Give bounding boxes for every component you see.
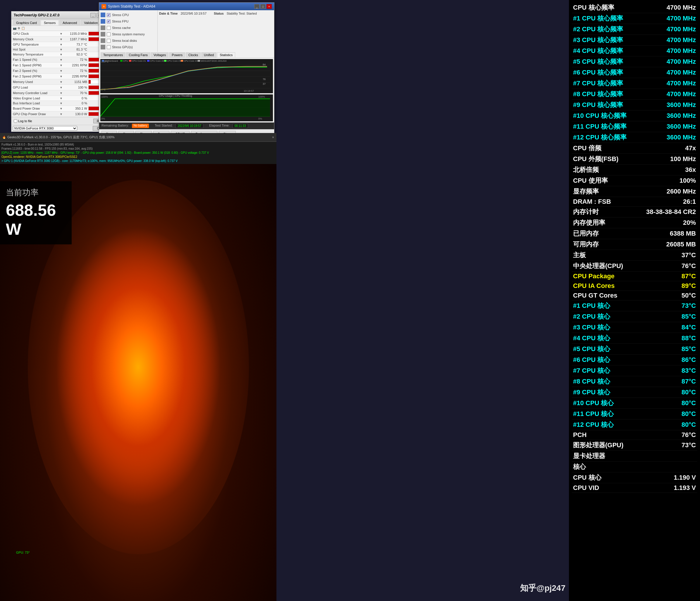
hwinfo-stat-row: #2 CPU 核心85°C (572, 311, 697, 322)
aida64-tab-clocks[interactable]: Clocks (186, 52, 201, 58)
hwinfo-stat-row: 核心 (572, 462, 697, 472)
gpuz-minimize-btn[interactable]: _ (91, 13, 96, 18)
gpuz-sensor-arrow[interactable]: ▼ (60, 58, 64, 61)
power-value: 688.56 W (6, 201, 66, 238)
hwinfo-stat-value: 4700 MHz (667, 15, 696, 22)
svg-text:100%: 100% (101, 95, 108, 98)
hwinfo-stat-value: 4700 MHz (667, 4, 696, 11)
aida64-tab-statistics[interactable]: Statistics (217, 52, 235, 58)
hwinfo-stat-value: 100 MHz (670, 155, 696, 163)
gpuz-tab-advanced[interactable]: Advanced (59, 20, 80, 25)
hwinfo-stat-row: CPU 核心频率4700 MHz (572, 2, 697, 13)
stress-checkbox[interactable] (107, 32, 110, 36)
hwinfo-stat-row: #9 CPU 核心频率3600 MHz (572, 100, 697, 110)
gpuz-sensor-arrow[interactable]: ▼ (60, 86, 64, 89)
hwinfo-stat-value: 4700 MHz (667, 47, 696, 55)
hwinfo-stat-label: #1 CPU 核心频率 (573, 14, 623, 23)
hwinfo-stat-value: 85°C (681, 313, 696, 320)
hwinfo-stat-label: CPU 核心 (573, 473, 601, 482)
stress-checkbox[interactable] (107, 45, 110, 49)
stress-checkbox[interactable]: ✓ (107, 13, 110, 17)
gpuz-tabs: Graphics CardSensorsAdvancedValidation (11, 19, 110, 26)
aida64-tab-cooling-fans[interactable]: Cooling Fans (126, 52, 150, 58)
hwinfo-stat-row: 可用内存26085 MB (572, 239, 697, 250)
gpuz-sensor-arrow[interactable]: ▼ (60, 38, 64, 41)
gpuz-sensor-name: GPU Temperature (13, 43, 60, 46)
svg-text:WDS100T3X0C-00SJG0: WDS100T3X0C-00SJG0 (201, 60, 227, 62)
gpuz-sensor-arrow[interactable]: ▼ (60, 64, 64, 67)
aida64-maximize-btn[interactable]: □ (260, 4, 266, 9)
gpuz-toolbar: 📷 ⚙ 📋 (11, 26, 110, 31)
furmark-title: Geeks3D FurMark v1.30.0.0 - 155°fps, GPU… (7, 135, 115, 139)
hwinfo-stat-label: CPU IA Cores (573, 282, 615, 290)
hwinfo-stat-value: 4700 MHz (667, 69, 696, 76)
aida64-icon: A (101, 4, 106, 9)
gpuz-tab-validation[interactable]: Validation (81, 20, 101, 25)
gpuz-sensor-arrow[interactable]: ▼ (60, 75, 64, 78)
aida64-tab-unified[interactable]: Unified (201, 52, 217, 58)
hwinfo-stat-row: 显卡处理器 (572, 451, 697, 462)
hwinfo-stat-row: #5 CPU 核心频率4700 MHz (572, 56, 697, 67)
aida64-tab-voltages[interactable]: Voltages (151, 52, 169, 58)
aida64-minimize-btn[interactable]: _ (254, 4, 259, 9)
gpuz-model-select[interactable]: NVIDIA GeForce RTX 3080 (13, 126, 77, 131)
hwinfo-stat-row: #8 CPU 核心频率4700 MHz (572, 89, 697, 100)
gpuz-sensor-arrow[interactable]: ▼ (60, 53, 64, 56)
stress-label: Stress GPU(s) (112, 45, 133, 49)
gpuz-sensor-value: 2295 RPM (64, 75, 87, 78)
hwinfo-stat-row: 已用内存6388 MB (572, 228, 697, 239)
gpuz-sensor-arrow[interactable]: ▼ (60, 97, 64, 100)
hwinfo-stat-label: #5 CPU 核心 (573, 345, 610, 354)
hwinfo-stat-row: CPU IA Cores89°C (572, 281, 697, 291)
stress-icon (101, 38, 105, 43)
hwinfo-stat-row: 内存计时38-38-38-84 CR2 (572, 207, 697, 217)
hwinfo-stat-row: CPU VID1.193 V (572, 483, 697, 493)
hwinfo-stat-row: CPU 使用率100% (572, 175, 697, 186)
hwinfo-stat-label: CPU GT Cores (573, 292, 618, 299)
hwinfo-stat-value: 26085 MB (666, 241, 696, 248)
gpuz-sensor-row: Board Power Draw ▼ 350.1 W (11, 106, 110, 111)
aida64-tab-temperatures[interactable]: Temperatures (101, 52, 125, 58)
gpuz-sensor-row: Fan 2 Speed (%) ▼ 72 % (11, 68, 110, 74)
gpuz-tab-graphics-card[interactable]: Graphics Card (13, 20, 40, 25)
gpuz-model-bar: NVIDIA GeForce RTX 3080 Close (11, 125, 110, 132)
gpuz-sensor-arrow[interactable]: ▼ (60, 92, 64, 95)
gpuz-sensor-name: Fan 2 Speed (RPM) (13, 75, 60, 78)
hwinfo-stat-label: #9 CPU 核心频率 (573, 101, 623, 109)
gpuz-sensor-arrow[interactable]: ▼ (60, 69, 64, 73)
hwinfo-stat-label: #1 CPU 核心 (573, 302, 610, 310)
stress-icon (101, 12, 105, 17)
hwinfo-stat-label: #6 CPU 核心 (573, 356, 610, 364)
aida64-tab-powers[interactable]: Powers (169, 52, 185, 58)
hwinfo-stat-row: 北桥倍频36x (572, 164, 697, 175)
svg-text:76: 76 (263, 78, 266, 81)
gpuz-sensor-arrow[interactable]: ▼ (60, 107, 64, 110)
gpuz-sensor-name: Hot Spot (13, 48, 60, 51)
hwinfo-stat-label: CPU VID (573, 484, 599, 492)
hwinfo-stat-value: 3600 MHz (667, 101, 696, 109)
aida64-close-btn[interactable]: × (267, 4, 272, 9)
gpuz-sensor-name: Memory Temperature (13, 53, 60, 56)
gpuz-sensor-arrow[interactable]: ▼ (60, 102, 64, 105)
stress-checkbox[interactable]: ✓ (107, 20, 110, 23)
gpuz-sensors-list: GPU Clock ▼ 1155.0 MHz Memory Clock ▼ 11… (11, 31, 110, 117)
stress-icon (101, 25, 105, 30)
gpuz-sensor-arrow[interactable]: ▼ (60, 48, 64, 51)
gpuz-log-checkbox[interactable] (14, 119, 17, 123)
gpuz-sensor-arrow[interactable]: ▼ (60, 43, 64, 46)
furmark-close-btn[interactable]: × (272, 135, 274, 139)
stress-checkbox[interactable] (107, 26, 110, 30)
gpuz-log-label: Log to file (14, 119, 32, 123)
stress-label: Stress CPU (112, 13, 129, 17)
gpuz-sensor-arrow[interactable]: ▼ (60, 112, 64, 116)
gpuz-sensor-value: 1151 MB (64, 80, 87, 84)
gpuz-footer: Log to file Reset (11, 117, 110, 125)
gpuz-sensor-value: 2291 RPM (64, 63, 87, 67)
gpu-temp-text: GPU: 73° (16, 551, 30, 554)
gpuz-sensor-name: Video Engine Load (13, 97, 60, 100)
gpuz-sensor-arrow[interactable]: ▼ (60, 32, 64, 35)
stress-checkbox[interactable] (107, 39, 110, 43)
gpuz-sensor-arrow[interactable]: ▼ (60, 80, 64, 84)
gpuz-sensor-name: Memory Clock (13, 37, 60, 41)
gpuz-tab-sensors[interactable]: Sensors (41, 20, 59, 25)
